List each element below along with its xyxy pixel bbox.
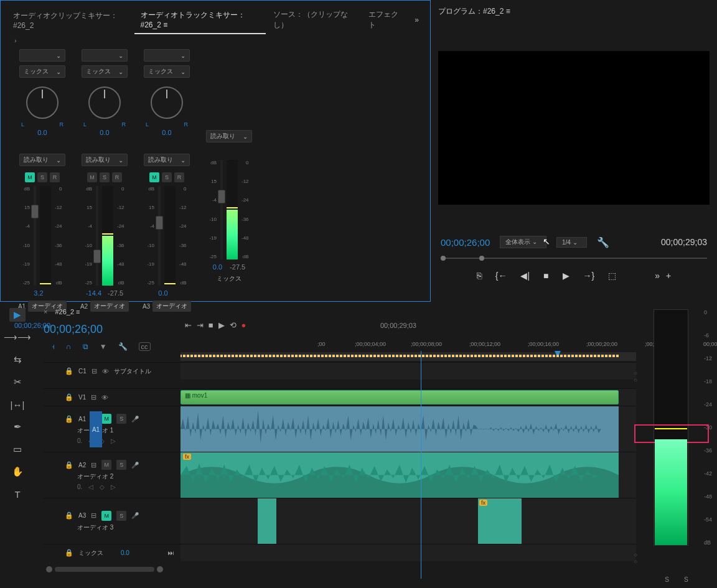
mix-volume[interactable]: 0.0 xyxy=(121,549,129,556)
lock-icon[interactable]: 🔒 xyxy=(65,393,73,401)
ripple-tool-icon[interactable]: ⇆ xyxy=(9,353,26,366)
mark-out-icon[interactable]: {← xyxy=(495,271,507,281)
record-button[interactable]: R xyxy=(174,172,184,182)
sync-lock-icon[interactable]: ⊟ xyxy=(91,393,96,401)
step-back-icon[interactable]: ◀| xyxy=(520,271,530,281)
pan-value[interactable]: 0.0 xyxy=(162,129,171,136)
rectangle-tool-icon[interactable]: ▭ xyxy=(9,442,26,456)
tab-track-mixer[interactable]: オーディオトラックミキサー：#26_2 ≡ xyxy=(134,6,266,34)
strip-mode-dropdown[interactable]: 読み取り⌄ xyxy=(206,130,252,142)
audio-clip-a3-2[interactable]: fx xyxy=(478,498,522,544)
pan-value[interactable]: 0.0 xyxy=(100,129,109,136)
next-keyframe-icon[interactable]: ▷ xyxy=(111,437,116,444)
mute-button[interactable]: M xyxy=(101,414,111,424)
audio-clip-a1[interactable] xyxy=(180,406,619,452)
tab-clip-mixer[interactable]: オーディオクリップミキサー：#26_2 xyxy=(7,7,133,34)
video-viewer[interactable] xyxy=(438,51,710,205)
voiceover-icon[interactable]: 🎤 xyxy=(131,512,139,519)
solo-button[interactable]: S xyxy=(116,414,126,424)
visibility-icon[interactable]: 👁 xyxy=(101,394,108,401)
skip-icon[interactable]: ⏭ xyxy=(168,549,174,556)
stop-icon[interactable]: ■ xyxy=(543,271,548,281)
add-icon[interactable]: + xyxy=(666,271,671,281)
source-patch-a1[interactable]: A1 xyxy=(90,411,102,447)
record-button[interactable]: R xyxy=(112,172,122,182)
type-tool-icon[interactable]: T xyxy=(9,487,26,501)
record-button[interactable]: R xyxy=(50,172,60,182)
lift-icon[interactable]: ⬚ xyxy=(608,271,616,281)
slip-tool-icon[interactable]: |↔| xyxy=(9,398,26,411)
timeline-timecode[interactable]: 00;00;26;00 xyxy=(44,323,103,336)
pen-tool-icon[interactable]: ✒ xyxy=(9,420,26,434)
solo-button[interactable]: S xyxy=(100,172,110,182)
overflow-icon[interactable]: » xyxy=(655,271,660,281)
mute-button[interactable]: M xyxy=(25,172,35,182)
strip-output-dropdown[interactable]: ⌄ xyxy=(144,49,190,62)
lock-icon[interactable]: 🔒 xyxy=(65,415,73,423)
zoom-dropdown[interactable]: 全体表示 ⌄ xyxy=(500,236,546,248)
program-scrubber[interactable] xyxy=(441,256,707,261)
sync-lock-icon[interactable]: ⊟ xyxy=(91,461,96,469)
strip-mix-dropdown[interactable]: ミックス⌄ xyxy=(144,65,190,78)
scroll-up-handle-icon[interactable]: ○○ xyxy=(634,370,637,383)
mute-button[interactable]: M xyxy=(101,511,111,521)
solo-button[interactable]: S xyxy=(116,511,126,521)
pan-knob[interactable] xyxy=(88,86,121,119)
selection-tool-icon[interactable]: ▶ xyxy=(9,308,26,322)
resolution-dropdown[interactable]: 1/4 ⌄ xyxy=(556,237,587,248)
strip-output-dropdown[interactable]: ⌄ xyxy=(19,49,65,62)
solo-right-button[interactable]: S xyxy=(684,576,688,583)
mute-button[interactable]: M xyxy=(101,460,111,470)
linked-selection-icon[interactable]: ⧉ xyxy=(83,342,88,351)
next-keyframe-icon[interactable]: ▷ xyxy=(111,483,116,490)
mark-in-icon[interactable]: ⎘ xyxy=(477,271,482,281)
program-timecode-left[interactable]: 00;00;26;00 xyxy=(441,237,490,248)
fader-track[interactable] xyxy=(158,186,161,286)
prev-keyframe-icon[interactable]: ◁ xyxy=(88,483,93,490)
settings-icon[interactable]: 🔧 xyxy=(118,342,128,351)
fader-track[interactable] xyxy=(34,186,36,286)
voiceover-icon[interactable]: 🎤 xyxy=(131,416,139,422)
audio-clip-a2[interactable]: fx xyxy=(180,452,619,498)
fader-track[interactable] xyxy=(96,186,98,286)
sync-lock-icon[interactable]: ⊟ xyxy=(91,511,96,520)
tab-source[interactable]: ソース：（クリップなし） xyxy=(267,6,361,34)
scroll-down-handle-icon[interactable]: ○○ xyxy=(634,551,637,565)
snapping-icon[interactable]: ⫞ xyxy=(51,342,55,351)
timeline-ruler[interactable]: ;00 ;00;00;04;00 ;00;00;08;00 ;00;00;12;… xyxy=(317,341,636,352)
audio-clip-a3-1[interactable] xyxy=(258,498,276,544)
razor-tool-icon[interactable]: ✂ xyxy=(9,375,26,389)
mute-button[interactable]: M xyxy=(87,172,97,182)
mute-button[interactable]: M xyxy=(149,172,159,182)
mixer-expand-icon[interactable]: › xyxy=(3,37,428,44)
timeline-h-scrollbar[interactable] xyxy=(44,565,636,574)
marker-icon[interactable]: ▼ xyxy=(100,342,107,351)
visibility-icon[interactable]: 👁 xyxy=(102,368,109,375)
strip-mode-dropdown[interactable]: 読み取り⌄ xyxy=(82,154,128,166)
lock-icon[interactable]: 🔒 xyxy=(65,549,73,557)
fader-track[interactable] xyxy=(220,160,223,259)
pan-knob[interactable] xyxy=(151,86,183,119)
playhead[interactable] xyxy=(421,351,421,579)
solo-left-button[interactable]: S xyxy=(665,576,669,583)
hand-tool-icon[interactable]: ✋ xyxy=(9,465,26,478)
settings-icon[interactable]: 🔧 xyxy=(597,236,609,248)
strip-mix-dropdown[interactable]: ミックス⌄ xyxy=(82,65,128,78)
solo-button[interactable]: S xyxy=(116,460,126,470)
lock-icon[interactable]: 🔒 xyxy=(65,511,73,520)
solo-button[interactable]: S xyxy=(37,172,47,182)
timeline-scrub-bar[interactable] xyxy=(180,352,636,361)
voiceover-icon[interactable]: 🎤 xyxy=(131,462,139,469)
tabs-overflow-icon[interactable]: » xyxy=(410,13,424,27)
video-clip[interactable]: ▦ mov1 xyxy=(180,390,619,404)
pan-knob[interactable] xyxy=(26,86,59,119)
play-icon[interactable]: ▶ xyxy=(563,271,569,281)
track-select-tool-icon[interactable]: ⟶⟶ xyxy=(9,330,26,344)
strip-mode-dropdown[interactable]: 読み取り⌄ xyxy=(144,154,190,166)
caption-icon[interactable]: cc xyxy=(139,342,151,351)
strip-mode-dropdown[interactable]: 読み取り⌄ xyxy=(19,154,65,166)
solo-button[interactable]: S xyxy=(162,172,172,182)
pan-value[interactable]: 0.0 xyxy=(37,129,47,136)
add-keyframe-icon[interactable]: ◇ xyxy=(100,483,105,490)
lock-icon[interactable]: 🔒 xyxy=(65,367,73,375)
